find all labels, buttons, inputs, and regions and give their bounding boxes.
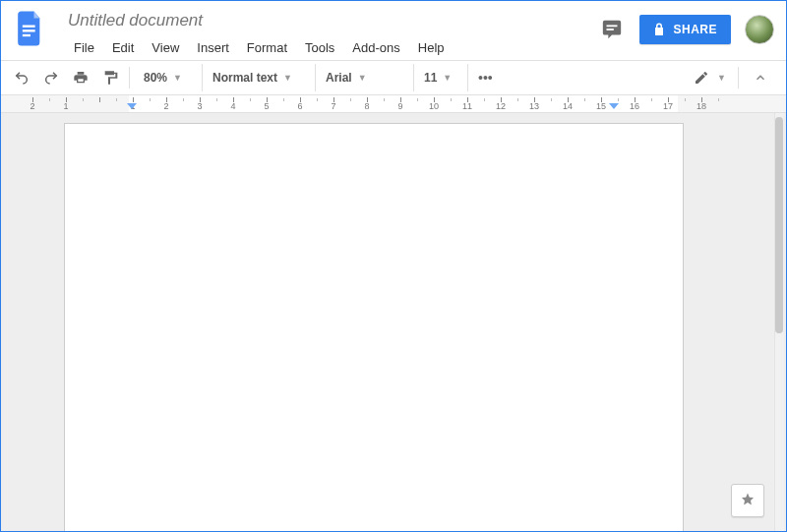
menu-edit[interactable]: Edit	[104, 36, 142, 59]
title-block: Untitled document File Edit View Insert …	[66, 9, 453, 59]
separator	[129, 67, 130, 89]
page[interactable]	[64, 123, 684, 531]
toolbar-right: ▼	[690, 64, 780, 91]
svg-rect-0	[23, 26, 35, 28]
menu-insert[interactable]: Insert	[189, 36, 237, 59]
separator	[738, 67, 739, 89]
ruler-mark: 2	[166, 95, 200, 112]
vertical-scrollbar[interactable]	[774, 113, 784, 531]
comments-button[interactable]	[598, 16, 626, 43]
pencil-icon	[694, 70, 709, 86]
share-button[interactable]: SHARE	[639, 15, 731, 44]
redo-button[interactable]	[36, 64, 66, 91]
font-combo[interactable]: Arial ▼	[316, 64, 414, 91]
menu-addons[interactable]: Add-ons	[344, 36, 407, 59]
menu-tools[interactable]: Tools	[297, 36, 342, 59]
collapse-toolbar-button[interactable]	[747, 64, 774, 91]
document-canvas	[1, 113, 786, 531]
docs-app-icon[interactable]	[13, 9, 48, 54]
editing-mode-combo[interactable]: ▼	[690, 70, 730, 86]
zoom-combo[interactable]: 80% ▼	[134, 64, 203, 91]
svg-rect-1	[23, 30, 35, 31]
explore-button[interactable]	[731, 484, 764, 517]
header: Untitled document File Edit View Insert …	[1, 1, 786, 60]
lock-icon	[653, 23, 665, 36]
font-size-value: 11	[424, 71, 437, 85]
svg-rect-3	[607, 25, 618, 27]
svg-rect-2	[23, 34, 30, 36]
menu-bar: File Edit View Insert Format Tools Add-o…	[66, 36, 453, 59]
svg-rect-4	[607, 29, 614, 30]
chevron-down-icon: ▼	[443, 73, 452, 83]
menu-help[interactable]: Help	[410, 36, 453, 59]
share-label: SHARE	[673, 23, 717, 36]
ruler-mark: 5	[267, 95, 300, 112]
right-indent-marker[interactable]	[609, 103, 619, 109]
paragraph-style-combo[interactable]: Normal text ▼	[203, 64, 316, 91]
undo-button[interactable]	[7, 64, 36, 91]
ruler-mark: 4	[233, 95, 267, 112]
ruler-mark: 1	[66, 95, 99, 112]
paragraph-style-value: Normal text	[212, 71, 277, 85]
more-toolbar-button[interactable]: •••	[468, 70, 503, 86]
font-value: Arial	[326, 71, 352, 85]
menu-view[interactable]: View	[144, 36, 187, 59]
chevron-down-icon: ▼	[173, 73, 182, 83]
ruler-mark: 6	[300, 95, 333, 112]
toolbar: 80% ▼ Normal text ▼ Arial ▼ 11 ▼ ••• ▼	[1, 60, 786, 95]
font-size-combo[interactable]: 11 ▼	[414, 64, 468, 91]
header-right: SHARE	[598, 9, 774, 44]
chevron-down-icon: ▼	[283, 73, 292, 83]
zoom-value: 80%	[144, 71, 167, 85]
horizontal-ruler[interactable]: 21123456789101112131415161718	[1, 95, 786, 113]
account-avatar[interactable]	[745, 15, 774, 44]
ruler-mark: 7	[333, 95, 367, 112]
ruler-mark: 18	[701, 95, 735, 112]
chevron-down-icon: ▼	[717, 73, 726, 83]
document-title[interactable]: Untitled document	[66, 9, 453, 34]
menu-format[interactable]: Format	[239, 36, 295, 59]
ruler-mark: 3	[200, 95, 233, 112]
paint-format-button[interactable]	[95, 64, 125, 91]
ruler-mark: 8	[367, 95, 400, 112]
left-indent-marker[interactable]	[127, 103, 137, 109]
print-button[interactable]	[66, 64, 95, 91]
chevron-down-icon: ▼	[358, 73, 367, 83]
menu-file[interactable]: File	[66, 36, 102, 59]
ruler-mark: 2	[32, 95, 66, 112]
ruler-mark: 1	[133, 95, 166, 112]
